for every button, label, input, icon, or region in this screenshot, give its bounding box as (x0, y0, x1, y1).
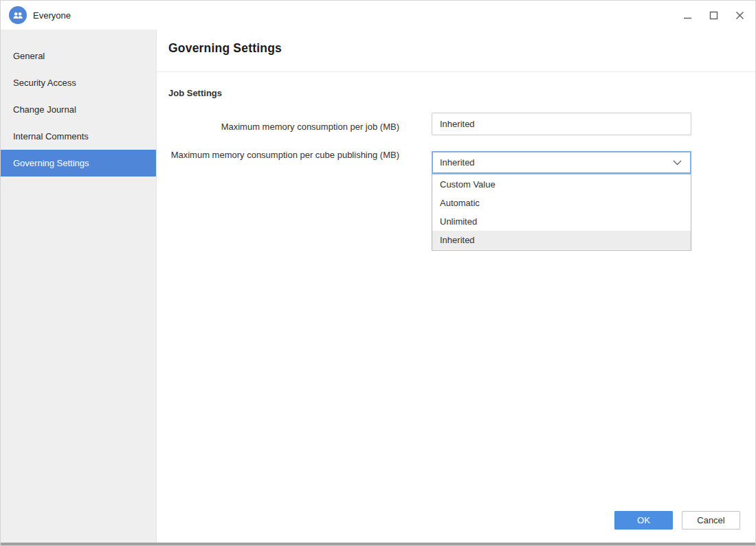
dropdown-option-custom-value[interactable]: Custom Value (432, 175, 691, 194)
dialog-window: Everyone General Security Access Change … (0, 0, 756, 546)
dropdown-option-inherited[interactable]: Inherited (432, 231, 691, 249)
sidebar-item-label: Internal Comments (13, 131, 89, 141)
maximize-icon[interactable] (707, 9, 720, 21)
section-title-job-settings: Job Settings (168, 88, 222, 98)
sidebar-item-security-access[interactable]: Security Access (1, 69, 156, 96)
sidebar-item-change-journal[interactable]: Change Journal (1, 96, 156, 123)
window-controls (681, 1, 746, 30)
sidebar: General Security Access Change Journal I… (1, 30, 157, 543)
sidebar-item-label: Governing Settings (13, 158, 89, 168)
main-content: Governing Settings Job Settings Maximum … (157, 30, 755, 543)
dropdown-panel: Custom Value Automatic Unlimited Inherit… (432, 174, 691, 251)
close-icon[interactable] (733, 9, 746, 21)
dropdown-option-automatic[interactable]: Automatic (432, 194, 691, 212)
title-divider (157, 71, 755, 72)
page-title: Governing Settings (168, 41, 282, 56)
sidebar-item-governing-settings[interactable]: Governing Settings (1, 150, 156, 177)
sidebar-item-label: Security Access (13, 78, 76, 88)
dropdown-option-unlimited[interactable]: Unlimited (432, 212, 691, 231)
field-label-max-memory-per-cube-publishing: Maximum memory consumption per cube publ… (168, 148, 399, 162)
sidebar-item-general[interactable]: General (1, 43, 156, 69)
max-memory-per-job-input[interactable] (432, 113, 691, 135)
sidebar-item-label: General (13, 51, 45, 61)
cancel-button[interactable]: Cancel (682, 511, 740, 530)
titlebar: Everyone (1, 1, 755, 30)
window-bottom-edge (1, 543, 755, 545)
sidebar-item-label: Change Journal (13, 104, 76, 115)
ok-button[interactable]: OK (614, 511, 673, 530)
sidebar-item-internal-comments[interactable]: Internal Comments (1, 123, 156, 150)
group-users-icon (9, 6, 27, 24)
select-value: Inherited (433, 157, 673, 168)
chevron-down-icon (673, 160, 690, 166)
minimize-icon[interactable] (681, 9, 693, 21)
field-label-max-memory-per-job: Maximum memory consumption per job (MB) (168, 120, 399, 134)
window-title: Everyone (33, 10, 71, 21)
max-memory-per-cube-publishing-select[interactable]: Inherited (432, 151, 691, 174)
